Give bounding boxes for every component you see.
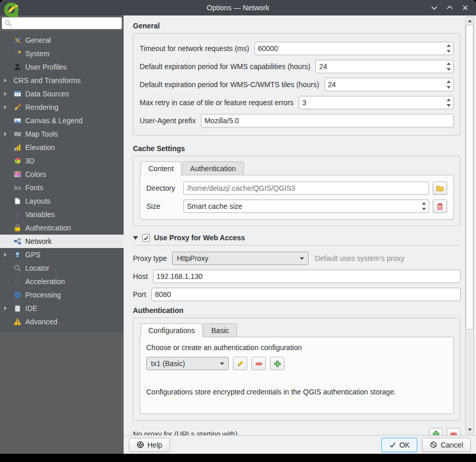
- cache-directory-input[interactable]: [183, 182, 429, 195]
- maximize-icon[interactable]: [444, 2, 455, 13]
- sidebar-item-advanced[interactable]: Advanced: [0, 315, 124, 328]
- expand-arrow-icon[interactable]: [4, 92, 7, 96]
- authentication-group: Configurations Basic Choose or create an…: [133, 318, 461, 421]
- sidebar-item-network[interactable]: Network: [0, 235, 124, 248]
- spin-up-button[interactable]: [445, 43, 453, 48]
- sidebar-item-label: User Profiles: [25, 63, 66, 71]
- browse-folder-button[interactable]: [433, 182, 447, 195]
- proxy-port-input[interactable]: [151, 288, 461, 301]
- folder-icon: [436, 184, 444, 192]
- edit-config-button[interactable]: [233, 357, 247, 370]
- page-icon: [13, 197, 22, 205]
- form-row: Proxy type HttpProxy Default uses system…: [133, 252, 461, 265]
- proxy-type-value: HttpProxy: [177, 254, 208, 262]
- spin-up-button[interactable]: [445, 79, 453, 85]
- timeout-input[interactable]: [254, 42, 454, 55]
- wrench-icon: [13, 50, 22, 58]
- sidebar-item-label: General: [25, 36, 51, 44]
- auth-config-select[interactable]: tx1 (Basic): [146, 357, 229, 370]
- scroll-up-button[interactable]: [466, 17, 473, 25]
- use-proxy-checkbox[interactable]: [142, 234, 150, 242]
- user-agent-label: User-Agent prefix: [140, 117, 196, 125]
- max-retry-input[interactable]: [299, 96, 454, 109]
- spin-down-button[interactable]: [445, 103, 453, 108]
- sidebar-item-fonts[interactable]: Aa Fonts: [0, 181, 124, 194]
- collapse-arrow-icon[interactable]: [133, 236, 138, 240]
- sidebar-item-user-profiles[interactable]: User Profiles: [0, 60, 124, 74]
- scrollbar-thumb[interactable]: [466, 25, 473, 329]
- expand-arrow-icon[interactable]: [4, 78, 7, 82]
- add-config-button[interactable]: [270, 357, 284, 370]
- sidebar-search-input[interactable]: [12, 20, 119, 27]
- sidebar-item-locator[interactable]: Locator: [0, 261, 124, 275]
- wms-expiration-label: Default expiration period for WMS capabi…: [140, 62, 310, 71]
- options-dialog: Options — Network: [0, 0, 476, 454]
- spin-down-button[interactable]: [445, 67, 453, 72]
- sidebar-item-label: Data Sources: [25, 90, 69, 98]
- cache-size-input[interactable]: [183, 200, 429, 213]
- minimize-icon[interactable]: [429, 2, 440, 13]
- sidebar-item-layouts[interactable]: Layouts: [0, 194, 124, 208]
- sidebar-item-elevation[interactable]: Elevation: [0, 141, 124, 154]
- spin-up-button[interactable]: [445, 61, 453, 67]
- help-button[interactable]: Help: [129, 438, 170, 452]
- cancel-icon: [430, 441, 437, 449]
- close-icon[interactable]: [460, 2, 471, 13]
- timeout-label: Timeout for network requests (ms): [140, 44, 249, 53]
- expand-arrow-icon[interactable]: [4, 306, 7, 310]
- sidebar-item-crs-and-transforms[interactable]: CRS and Transforms: [0, 74, 124, 87]
- sidebar-item-colors[interactable]: Colors: [0, 168, 124, 181]
- cancel-button[interactable]: Cancel: [422, 438, 471, 452]
- spin-down-button[interactable]: [445, 48, 453, 54]
- gps-icon: [13, 251, 22, 259]
- tab-authentication[interactable]: Authentication: [182, 161, 244, 175]
- max-retry-spinbox[interactable]: [299, 96, 454, 109]
- help-icon: [137, 441, 144, 449]
- wms-expiration-input[interactable]: [315, 60, 454, 73]
- remove-config-button[interactable]: [251, 357, 266, 370]
- sidebar-item-general[interactable]: General: [0, 34, 124, 47]
- remove-url-button[interactable]: [447, 428, 461, 435]
- cube-icon: [13, 157, 22, 165]
- wmts-expiration-spinbox[interactable]: [325, 78, 454, 91]
- auth-config-value: tx1 (Basic): [151, 359, 185, 368]
- expand-arrow-icon[interactable]: [4, 253, 7, 257]
- tab-basic[interactable]: Basic: [203, 323, 236, 337]
- wmts-expiration-input[interactable]: [325, 78, 454, 91]
- sidebar-item-variables[interactable]: ε Variables: [0, 208, 124, 221]
- sidebar-item-acceleration[interactable]: Acceleration: [0, 275, 124, 288]
- plus-icon: [274, 360, 281, 368]
- sidebar-item-gps[interactable]: GPS: [0, 248, 124, 261]
- spin-up-button[interactable]: [420, 201, 428, 206]
- spin-down-button[interactable]: [420, 206, 428, 212]
- sidebar-item-map-tools[interactable]: Map Tools: [0, 127, 124, 141]
- configurations-panel: Choose or create an authentication confi…: [140, 337, 454, 414]
- use-proxy-label: Use Proxy for Web Access: [154, 234, 245, 242]
- ok-button[interactable]: OK: [381, 438, 417, 452]
- sidebar-item-rendering[interactable]: Rendering: [0, 101, 124, 114]
- user-agent-input[interactable]: [201, 114, 454, 127]
- sidebar-item-canvas-legend[interactable]: Canvas & Legend: [0, 114, 124, 127]
- spin-up-button[interactable]: [445, 97, 453, 103]
- clear-cache-button[interactable]: [433, 200, 447, 213]
- sidebar-item-system[interactable]: System: [0, 47, 124, 60]
- sidebar-item-processing[interactable]: Processing: [0, 288, 124, 302]
- expand-arrow-icon[interactable]: [4, 105, 7, 109]
- proxy-host-input[interactable]: [153, 270, 461, 283]
- sidebar-item-authentication[interactable]: Authentication: [0, 221, 124, 235]
- timeout-spinbox[interactable]: [254, 42, 454, 55]
- tab-configurations[interactable]: Configurations: [141, 323, 202, 337]
- sidebar-item-data-sources[interactable]: Data Sources: [0, 87, 124, 101]
- scroll-down-button[interactable]: [466, 426, 473, 434]
- svg-text:Aa: Aa: [14, 185, 22, 191]
- proxy-type-select[interactable]: HttpProxy: [172, 252, 309, 265]
- expand-arrow-icon[interactable]: [4, 132, 7, 136]
- tab-content[interactable]: Content: [141, 161, 181, 175]
- cache-size-spinbox[interactable]: [183, 200, 429, 213]
- cache-content-panel: Directory Size: [140, 175, 454, 220]
- sidebar-item-3d[interactable]: 3D: [0, 154, 124, 168]
- wms-expiration-spinbox[interactable]: [315, 60, 454, 73]
- sidebar-item-ide[interactable]: IDE: [0, 302, 124, 315]
- add-url-button[interactable]: [429, 428, 443, 435]
- spin-down-button[interactable]: [445, 85, 453, 90]
